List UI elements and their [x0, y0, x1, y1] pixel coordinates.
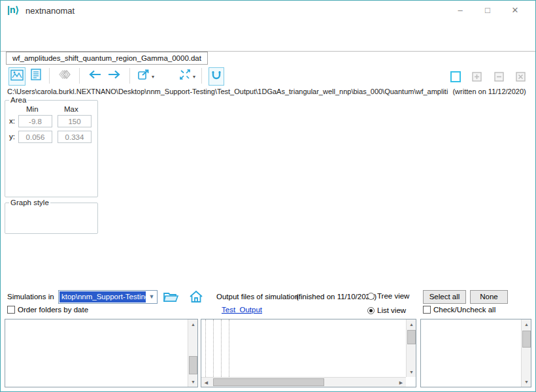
snap-magnet-icon[interactable]: [209, 67, 224, 86]
simulation-folder-combobox[interactable]: ktop\nnm_Support-Testing ▼: [58, 290, 158, 304]
file-tab[interactable]: wf_amplitudes_shift_quantum_region_Gamma…: [6, 52, 208, 65]
tree-view-label: Tree view: [377, 292, 409, 300]
tab-strip: [1, 37, 535, 52]
graph-style-panel: Graph style: [5, 199, 98, 234]
scrollbar-thumb[interactable]: [407, 330, 416, 344]
y-min-field[interactable]: [18, 131, 52, 143]
window-title: nextnanomat: [25, 6, 75, 16]
scroll-up-icon[interactable]: ▲: [188, 319, 198, 329]
max-column-header: Max: [64, 105, 78, 113]
scroll-down-icon[interactable]: ▼: [522, 377, 531, 387]
add-window-icon: [469, 69, 485, 88]
scroll-down-icon[interactable]: ▼: [188, 377, 198, 387]
scrollbar-thumb[interactable]: [522, 331, 531, 348]
check-uncheck-all-label: Check/Uncheck all: [433, 306, 495, 314]
app-window: |n⟩ nextnanomat – □ ✕ wf_amplitudes_shif…: [0, 0, 536, 392]
file-tab-strip: wf_amplitudes_shift_quantum_region_Gamma…: [1, 52, 535, 65]
combobox-selected-text: ktop\nnm_Support-Testing: [59, 291, 146, 302]
fit-dropdown-caret[interactable]: ▾: [193, 74, 195, 80]
list-view-radio[interactable]: List view: [367, 306, 406, 314]
back-icon[interactable]: [86, 67, 103, 84]
tree-view-radio[interactable]: Tree view: [367, 292, 409, 300]
close-window-icon: [513, 69, 529, 88]
check-uncheck-all-checkbox[interactable]: Check/Uncheck all: [423, 306, 495, 314]
select-all-button[interactable]: Select all: [423, 290, 466, 304]
close-button[interactable]: ✕: [505, 3, 525, 18]
simulations-bar: Simulations in ktop\nnm_Support-Testing …: [1, 290, 535, 304]
min-column-header: Min: [26, 105, 39, 113]
menu-bar: [1, 20, 535, 37]
order-folders-label: Order folders by date: [18, 306, 88, 314]
y-max-field[interactable]: [58, 131, 92, 143]
curves-vertical-scrollbar[interactable]: ▲ ▼: [521, 319, 531, 387]
maximize-button[interactable]: □: [478, 3, 497, 18]
forward-icon[interactable]: [106, 67, 123, 84]
x-min-field[interactable]: [18, 115, 52, 127]
none-button[interactable]: None: [470, 290, 508, 304]
wavefunction-chart: [99, 97, 531, 287]
scrollbar-thumb[interactable]: [213, 378, 324, 386]
folders-vertical-scrollbar[interactable]: ▲ ▼: [188, 319, 197, 387]
simulations-in-label: Simulations in: [7, 293, 54, 301]
x-axis-label: x:: [9, 117, 15, 125]
x-max-field[interactable]: [58, 115, 92, 127]
remove-window-icon: [492, 69, 507, 88]
output-files-label: Output files of simulation: [216, 293, 299, 301]
toolbar: ▾ ▾: [1, 66, 535, 86]
curves-checklist: ▲ ▼: [420, 319, 531, 387]
scroll-up-icon[interactable]: ▲: [522, 319, 531, 329]
home-icon[interactable]: [188, 290, 204, 304]
text-view-icon[interactable]: [29, 67, 43, 84]
export-dropdown-caret[interactable]: ▾: [152, 74, 154, 80]
tree-vertical-scrollbar[interactable]: ▲ ▼: [406, 319, 416, 377]
file-path-text: C:\Users\carola.burkl.NEXTNANO\Desktop\n…: [7, 88, 448, 95]
graph-style-legend: Graph style: [9, 199, 50, 206]
simulations-bar-row2: Order folders by date Test_Output List v…: [1, 304, 535, 318]
chevron-down-icon[interactable]: ▼: [146, 291, 157, 303]
scroll-left-icon[interactable]: ◀: [201, 378, 211, 387]
chart-area: [99, 97, 531, 287]
test-output-link[interactable]: Test_Output: [222, 306, 262, 314]
simulation-folders-list: ▲ ▼: [5, 319, 198, 387]
plot-view-icon[interactable]: [8, 67, 25, 86]
written-date-text: (written on 11/12/2020): [452, 88, 526, 95]
scroll-right-icon[interactable]: ▶: [396, 378, 406, 387]
scroll-down-icon[interactable]: ▼: [407, 367, 416, 377]
scroll-up-icon[interactable]: ▲: [407, 319, 416, 329]
overlay-layers-icon: [56, 67, 73, 84]
area-panel: Area Min Max x: y:: [5, 96, 98, 197]
nextnano-logo-icon: |n⟩: [7, 5, 19, 15]
finished-date-label: (finished on 11/10/2021): [296, 293, 377, 301]
area-legend: Area: [9, 96, 27, 104]
title-bar: |n⟩ nextnanomat – □ ✕: [1, 1, 535, 20]
order-folders-checkbox[interactable]: Order folders by date: [7, 306, 88, 314]
new-window-icon[interactable]: [448, 69, 463, 88]
tree-horizontal-scrollbar[interactable]: ◀ ▶: [201, 377, 406, 387]
minimize-button[interactable]: –: [450, 3, 470, 18]
output-files-tree: ▲ ▼ ◀ ▶: [201, 319, 416, 387]
open-folder-icon[interactable]: [163, 290, 180, 304]
y-axis-label: y:: [9, 133, 15, 140]
scrollbar-thumb[interactable]: [189, 356, 197, 374]
tree-guides: [201, 319, 241, 377]
export-icon[interactable]: [136, 67, 152, 84]
fit-to-window-icon[interactable]: [177, 67, 193, 84]
list-view-label: List view: [377, 306, 406, 314]
